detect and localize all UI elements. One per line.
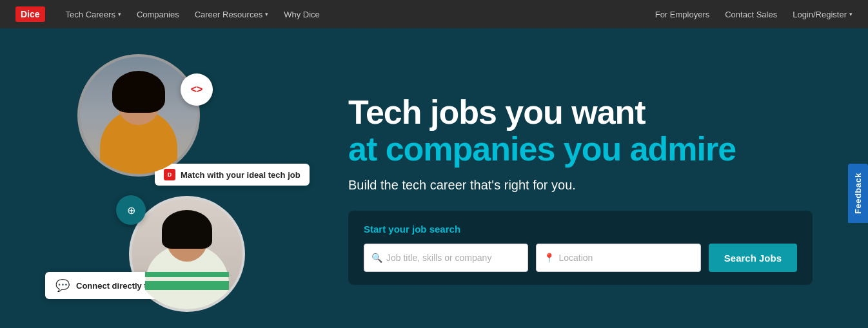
chat-icon: 💬 xyxy=(55,278,70,293)
hero-headline-teal: at companies you admire xyxy=(348,131,829,168)
hero-section: <> D Match with your ideal tech job xyxy=(0,28,868,328)
dice-logo[interactable]: Dice xyxy=(15,6,45,22)
chevron-down-icon: ▾ xyxy=(118,11,121,17)
nav-tech-careers[interactable]: Tech Careers ▾ xyxy=(66,10,121,19)
search-box: Start your job search 🔍 📍 Search Jobs xyxy=(348,211,813,285)
nav-career-resources[interactable]: Career Resources ▾ xyxy=(195,10,269,19)
search-icon: 🔍 xyxy=(371,253,382,263)
location-input[interactable] xyxy=(536,244,700,272)
chevron-down-icon: ▾ xyxy=(849,11,853,17)
search-box-label: Start your job search xyxy=(364,224,797,235)
match-badge-text: Match with your ideal tech job xyxy=(181,170,301,180)
nav-login-register[interactable]: Login/Register ▾ xyxy=(793,10,853,19)
hero-subtext: Build the tech career that's right for y… xyxy=(348,178,829,193)
job-search-input[interactable] xyxy=(364,244,528,272)
job-search-wrap: 🔍 xyxy=(364,244,528,272)
add-person-bubble: ⊕ xyxy=(116,195,146,225)
hero-content: Tech jobs you want at companies you admi… xyxy=(335,94,829,285)
person-circle-bottom xyxy=(129,196,245,312)
nav-for-employers[interactable]: For Employers xyxy=(655,10,710,19)
nav-why-dice[interactable]: Why Dice xyxy=(284,10,320,19)
code-bubble: <> xyxy=(181,73,213,106)
search-jobs-button[interactable]: Search Jobs xyxy=(709,244,797,272)
nav-companies[interactable]: Companies xyxy=(137,10,179,19)
chevron-down-icon: ▾ xyxy=(265,11,268,17)
match-badge: D Match with your ideal tech job xyxy=(155,164,310,186)
feedback-tab[interactable]: Feedback xyxy=(848,164,868,223)
location-search-wrap: 📍 xyxy=(536,244,700,272)
nav-contact-sales[interactable]: Contact Sales xyxy=(725,10,777,19)
hero-headline-white: Tech jobs you want xyxy=(348,94,829,131)
hero-illustrations: <> D Match with your ideal tech job xyxy=(26,54,335,325)
location-icon: 📍 xyxy=(544,253,555,263)
code-icon: <> xyxy=(191,84,203,95)
search-fields: 🔍 📍 Search Jobs xyxy=(364,244,797,272)
add-person-icon: ⊕ xyxy=(127,204,135,217)
navbar: Dice Tech Careers ▾ Companies Career Res… xyxy=(0,0,868,28)
person-circle-top xyxy=(77,54,200,177)
